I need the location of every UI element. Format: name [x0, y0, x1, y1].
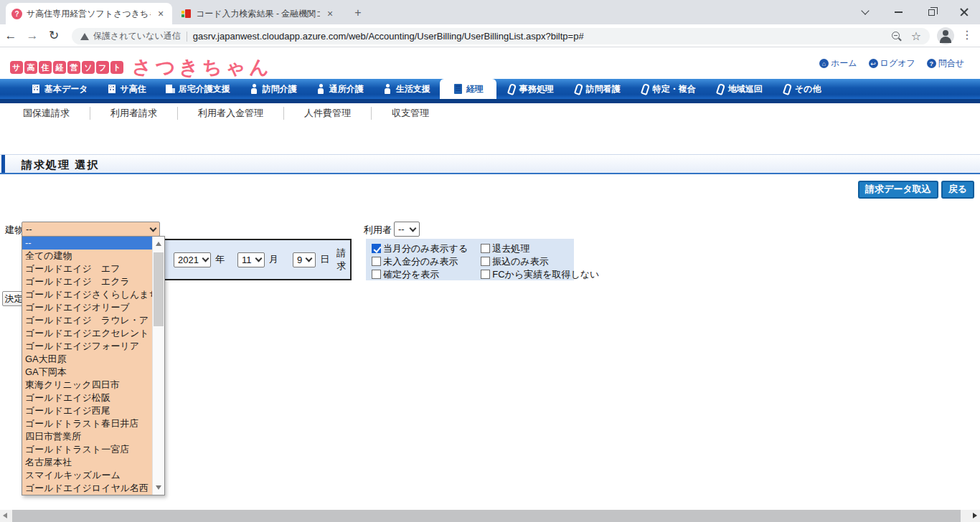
checkbox-option[interactable]: 退去処理 [481, 242, 599, 255]
browser-tab-second[interactable]: コード入力検索結果 - 金融機関コー × [175, 3, 341, 24]
checkbox-box[interactable] [481, 270, 490, 279]
sub-nav-item[interactable]: 国保連請求 [3, 107, 90, 120]
header-link-label: 問合せ [938, 57, 964, 70]
header-link[interactable]: 問合せ [927, 57, 964, 70]
building-option[interactable]: 東海クリニック四日市 [22, 379, 154, 392]
horizontal-scrollbar[interactable] [0, 510, 980, 522]
nav-tab-label: 経理 [466, 83, 484, 95]
checkbox-box[interactable] [372, 270, 381, 279]
building-option[interactable]: GA大田原 [22, 353, 154, 366]
building-option[interactable]: スマイルキッズルーム [22, 469, 154, 482]
bookmark-star-icon[interactable]: ☆ [911, 29, 921, 43]
new-tab-button[interactable]: + [350, 6, 366, 22]
checkbox-box[interactable] [372, 257, 381, 266]
month-value: 11 [242, 255, 252, 265]
checkbox-box[interactable] [481, 244, 490, 253]
nav-tab[interactable]: 経理 [440, 79, 496, 99]
tab-close-icon[interactable]: × [324, 8, 336, 19]
building-option[interactable]: ゴールドエイジさくらしんまち [22, 288, 154, 301]
hscrollbar-thumb[interactable] [12, 510, 961, 522]
nav-tab[interactable]: 特定・複合 [630, 79, 705, 99]
browser-menu-icon[interactable]: ⋮ [960, 28, 974, 42]
url-text[interactable]: gasrv.japanwest.cloudapp.azure.com/web/A… [193, 31, 891, 42]
nav-tab-label: サ高住 [121, 83, 146, 95]
tab-close-icon[interactable]: × [155, 8, 166, 19]
building-option[interactable]: ゴールドトラスト春日井店 [22, 417, 154, 430]
logo-badge: フ [96, 61, 109, 74]
display-options-panel: 当月分のみ表示する 未入金分のみ表示 確定分を表示 退去処理 振込のみ表示 [366, 239, 574, 280]
day-select[interactable]: 9 [293, 252, 316, 267]
building-select-value: -- [26, 224, 32, 234]
building-option[interactable]: ゴールドエイジ エフ [22, 262, 154, 275]
nav-tab[interactable]: 事務処理 [496, 79, 563, 99]
forward-button[interactable]: → [22, 29, 43, 43]
billing-date-box: 2021 年 11 月 9 日 請求 [164, 239, 352, 280]
browser-tab-current[interactable]: サ高住専用経営ソフトさつきちゃん × [6, 3, 172, 24]
nav-tab[interactable]: 訪問介護 [240, 79, 306, 99]
checkbox-box[interactable] [372, 244, 381, 253]
building-option[interactable]: ゴールドエイジオリーブ [22, 301, 154, 314]
nav-tab-icon [781, 84, 792, 94]
checkbox-option[interactable]: 振込のみ表示 [481, 255, 599, 267]
scroll-down-icon[interactable] [156, 485, 161, 490]
nav-tab[interactable]: その他 [772, 79, 831, 99]
year-select[interactable]: 2021 [174, 252, 211, 267]
reload-button[interactable]: ↻ [43, 28, 65, 43]
user-select[interactable]: -- [394, 222, 420, 237]
nav-tab[interactable]: 居宅介護支援 [156, 79, 240, 99]
restore-icon [928, 9, 935, 16]
building-option[interactable]: ゴールドエイジフォーリア [22, 340, 154, 353]
chevron-down-icon [861, 6, 869, 14]
sub-nav-item[interactable]: 利用者請求 [90, 107, 177, 120]
building-option[interactable]: GA下岡本 [22, 366, 154, 379]
checkbox-label: 当月分のみ表示する [383, 242, 468, 255]
building-select[interactable]: -- [22, 222, 160, 237]
month-unit: 月 [269, 253, 278, 266]
scrollbar-thumb[interactable] [154, 252, 164, 326]
building-option[interactable]: ゴールドエイジ松阪 [22, 392, 154, 404]
tab-search-button[interactable] [851, 0, 880, 24]
building-option[interactable]: ゴールドエイジ エクラ [22, 275, 154, 288]
checkbox-option[interactable]: 確定分を表示 [372, 268, 468, 280]
dropdown-scrollbar[interactable] [152, 237, 164, 495]
profile-avatar[interactable] [937, 27, 954, 44]
header-link[interactable]: ホーム [819, 57, 857, 70]
month-select[interactable]: 11 [237, 252, 265, 267]
scroll-right-icon[interactable] [973, 513, 977, 518]
nav-tab[interactable]: サ高住 [98, 79, 156, 99]
page-zoom-icon[interactable] [891, 31, 903, 42]
nav-tab[interactable]: 生活支援 [373, 79, 440, 99]
nav-tab[interactable]: 訪問看護 [563, 79, 630, 99]
nav-tab[interactable]: 地域巡回 [705, 79, 772, 99]
building-option[interactable]: 四日市営業所 [22, 430, 154, 443]
back-button[interactable]: ← [0, 29, 22, 43]
building-option[interactable]: 名古屋本社 [22, 456, 154, 469]
sub-nav-item[interactable]: 利用者入金管理 [177, 107, 283, 120]
building-option[interactable]: ゴールドエイジ西尾 [22, 404, 154, 417]
checkbox-option[interactable]: 未入金分のみ表示 [372, 255, 468, 267]
scroll-left-icon[interactable] [3, 513, 7, 518]
building-option[interactable]: ゴールドエイジロイヤル名西 [22, 482, 154, 495]
building-option[interactable]: 全ての建物 [22, 250, 154, 262]
scroll-up-icon[interactable] [156, 242, 161, 246]
sub-nav-item[interactable]: 収支管理 [371, 107, 449, 120]
chevron-down-icon [150, 224, 157, 232]
window-minimize-button[interactable] [884, 0, 913, 24]
checkbox-option[interactable]: FCから実績を取得しない [481, 268, 599, 280]
sub-nav-item[interactable]: 人件費管理 [283, 107, 371, 120]
building-option[interactable]: ゴールドエイジエクセレント [22, 327, 154, 340]
checkbox-box[interactable] [481, 257, 490, 266]
window-restore-button[interactable] [917, 0, 946, 24]
address-field[interactable]: 保護されていない通信 gasrv.japanwest.cloudapp.azur… [72, 28, 930, 44]
building-option[interactable]: ゴールドトラスト一宮店 [22, 443, 154, 456]
window-close-button[interactable] [950, 0, 979, 24]
nav-tab[interactable]: 通所介護 [306, 79, 373, 99]
import-billing-data-button[interactable]: 請求データ取込 [858, 181, 938, 199]
not-secure-icon[interactable] [80, 33, 89, 40]
building-option[interactable]: -- [22, 237, 154, 250]
back-page-button[interactable]: 戻る [941, 181, 974, 199]
checkbox-option[interactable]: 当月分のみ表示する [372, 242, 468, 255]
header-link[interactable]: ログオフ [869, 57, 915, 70]
nav-tab[interactable]: 基本データ [22, 79, 98, 99]
building-option[interactable]: ゴールドエイジ ラウレ・ア [22, 314, 154, 327]
